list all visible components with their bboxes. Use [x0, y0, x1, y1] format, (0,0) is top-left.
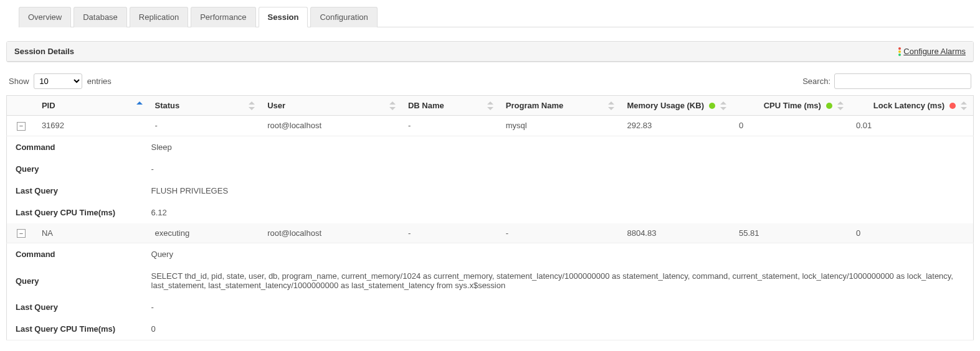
tab-session[interactable]: Session — [259, 7, 308, 27]
detail-label-last-query: Last Query — [7, 296, 149, 318]
detail-label-command: Command — [7, 243, 149, 266]
cell-pid: NA — [36, 223, 149, 243]
col-user-label: User — [267, 101, 285, 110]
detail-value-query: - — [149, 158, 974, 180]
configure-alarms-label: Configure Alarms — [903, 47, 966, 56]
session-details-panel: Session Details Configure Alarms — [6, 41, 974, 62]
sort-icon — [249, 101, 255, 110]
detail-label-command: Command — [7, 136, 149, 158]
detail-value-query: SELECT thd_id, pid, state, user, db, pro… — [149, 265, 974, 296]
tab-bar: Overview Database Replication Performanc… — [19, 0, 974, 27]
cell-program: - — [500, 223, 621, 243]
row-expander[interactable]: − — [17, 229, 26, 238]
sort-icon — [608, 101, 614, 110]
detail-value-command: Sleep — [149, 136, 974, 158]
col-status[interactable]: Status — [149, 96, 262, 116]
detail-label-query: Query — [7, 158, 149, 180]
col-cpu[interactable]: CPU Time (ms) — [733, 96, 850, 116]
cell-status: - — [149, 116, 262, 136]
cell-db: - — [402, 223, 500, 243]
detail-value-last-query-cpu: 0 — [149, 318, 974, 340]
tab-performance[interactable]: Performance — [191, 7, 255, 27]
cell-cpu: 55.81 — [733, 223, 850, 243]
col-expander — [7, 96, 36, 116]
col-lock-label: Lock Latency (ms) — [873, 101, 944, 110]
detail-row: Command Query — [7, 243, 974, 266]
detail-value-last-query-cpu: 6.12 — [149, 202, 974, 223]
cell-user: root@localhost — [261, 116, 402, 136]
traffic-light-icon — [898, 47, 901, 56]
col-db[interactable]: DB Name — [402, 96, 500, 116]
cell-program: mysql — [500, 116, 621, 136]
tab-replication[interactable]: Replication — [130, 7, 188, 27]
detail-value-last-query: - — [149, 296, 974, 318]
detail-label-last-query: Last Query — [7, 180, 149, 202]
detail-row: Last Query - — [7, 296, 974, 318]
detail-row: Last Query CPU Time(ms) 6.12 — [7, 202, 974, 223]
cell-memory: 8804.83 — [621, 223, 733, 243]
length-control: Show 10 entries — [9, 73, 112, 89]
col-pid-label: PID — [42, 101, 55, 110]
detail-row: Query - — [7, 158, 974, 180]
col-memory-label: Memory Usage (KB) — [627, 101, 704, 110]
col-program-label: Program Name — [506, 101, 563, 110]
cell-pid: 31692 — [36, 116, 149, 136]
table-row: − NA executing root@localhost - - 8804.8… — [7, 223, 974, 243]
search-label: Search: — [802, 77, 830, 86]
cell-cpu: 0 — [733, 116, 850, 136]
cell-status: executing — [149, 223, 262, 243]
detail-row: Last Query FLUSH PRIVILEGES — [7, 180, 974, 202]
detail-row: Query SELECT thd_id, pid, state, user, d… — [7, 265, 974, 296]
search-control: Search: — [802, 73, 971, 89]
col-user[interactable]: User — [261, 96, 402, 116]
panel-title: Session Details — [14, 47, 74, 56]
sort-icon — [837, 101, 844, 110]
detail-label-last-query-cpu: Last Query CPU Time(ms) — [7, 202, 149, 223]
detail-label-last-query-cpu: Last Query CPU Time(ms) — [7, 318, 149, 340]
col-lock[interactable]: Lock Latency (ms) — [850, 96, 974, 116]
col-pid[interactable]: PID — [36, 96, 149, 116]
col-memory[interactable]: Memory Usage (KB) — [621, 96, 733, 116]
status-dot-green-icon — [709, 103, 715, 109]
length-suffix: entries — [87, 77, 112, 86]
detail-row: Last Query CPU Time(ms) 0 — [7, 318, 974, 340]
table-row: − 31692 - root@localhost - mysql 292.83 … — [7, 116, 974, 136]
length-prefix: Show — [9, 77, 29, 86]
row-expander[interactable]: − — [17, 122, 26, 131]
sort-icon — [487, 101, 493, 110]
col-status-label: Status — [155, 101, 180, 110]
tab-overview[interactable]: Overview — [19, 7, 71, 27]
detail-row: Command Sleep — [7, 136, 974, 158]
detail-value-command: Query — [149, 243, 974, 266]
status-dot-green-icon — [826, 103, 832, 109]
session-table: PID Status User DB Name Program Name — [6, 95, 974, 340]
panel-header: Session Details Configure Alarms — [7, 42, 973, 62]
sort-icon — [389, 101, 396, 110]
cell-memory: 292.83 — [621, 116, 733, 136]
sort-icon — [961, 101, 967, 110]
detail-value-last-query: FLUSH PRIVILEGES — [149, 180, 974, 202]
detail-label-query: Query — [7, 265, 149, 296]
tab-configuration[interactable]: Configuration — [310, 7, 377, 27]
col-db-label: DB Name — [408, 101, 444, 110]
cell-lock: 0 — [850, 223, 974, 243]
tab-database[interactable]: Database — [74, 7, 127, 27]
cell-db: - — [402, 116, 500, 136]
col-cpu-label: CPU Time (ms) — [764, 101, 821, 110]
col-program[interactable]: Program Name — [500, 96, 621, 116]
cell-lock: 0.01 — [850, 116, 974, 136]
entries-select[interactable]: 10 — [34, 73, 82, 89]
sort-asc-icon — [136, 101, 143, 110]
status-dot-red-icon — [949, 103, 956, 109]
sort-icon — [720, 101, 726, 110]
search-input[interactable] — [834, 73, 971, 89]
cell-user: root@localhost — [261, 223, 402, 243]
table-controls: Show 10 entries Search: — [6, 62, 974, 95]
configure-alarms-link[interactable]: Configure Alarms — [898, 47, 966, 56]
table-header-row: PID Status User DB Name Program Name — [7, 96, 974, 116]
